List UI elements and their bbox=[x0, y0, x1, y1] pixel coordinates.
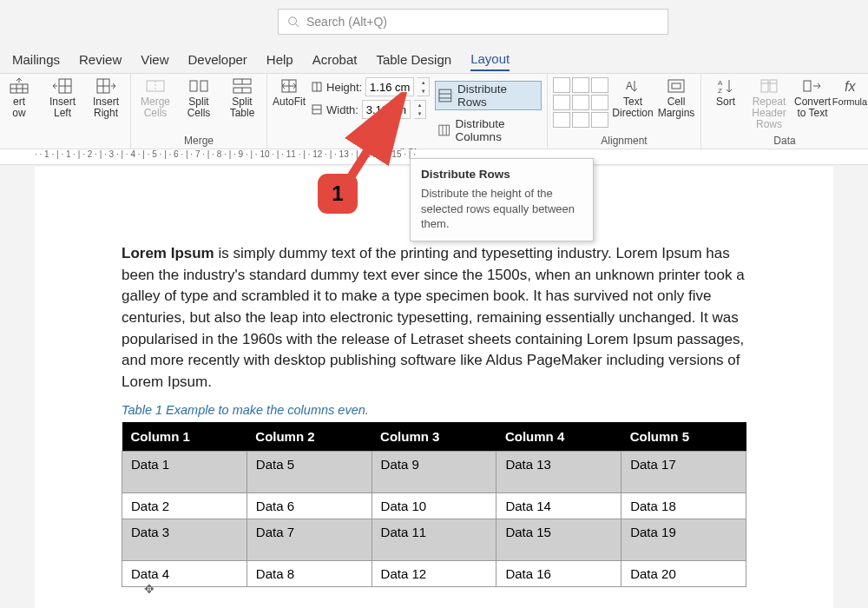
insert-left-icon bbox=[52, 77, 73, 95]
merge-cells-button: Merge Cells bbox=[136, 77, 174, 119]
align-mr[interactable] bbox=[591, 95, 608, 110]
convert-to-text-button[interactable]: Convert to Text bbox=[793, 77, 832, 119]
table-caption[interactable]: Table 1 Example to make the columns even… bbox=[122, 403, 746, 417]
sort-button[interactable]: AZ Sort bbox=[707, 77, 745, 108]
table-header[interactable]: Column 5 bbox=[621, 422, 746, 452]
table-cell[interactable]: Data 2 bbox=[122, 493, 247, 519]
ribbon-tabs: MailingsReviewViewDeveloperHelpAcrobatTa… bbox=[0, 49, 868, 73]
table-cell[interactable]: Data 5 bbox=[247, 452, 372, 493]
tab-layout[interactable]: Layout bbox=[470, 51, 510, 71]
align-bl[interactable] bbox=[553, 112, 570, 128]
formula-icon: fx bbox=[839, 77, 860, 95]
sort-icon: AZ bbox=[715, 77, 736, 95]
width-spinner[interactable]: ▲▼ bbox=[414, 100, 426, 119]
table-cell[interactable]: Data 12 bbox=[372, 561, 496, 587]
table-cell[interactable]: Data 4 bbox=[122, 561, 247, 587]
text-direction-icon: A bbox=[622, 77, 643, 95]
table-row[interactable]: Data 4Data 8Data 12Data 16Data 20 bbox=[122, 561, 746, 587]
width-icon bbox=[311, 103, 323, 116]
tab-acrobat[interactable]: Acrobat bbox=[312, 52, 358, 70]
align-tl[interactable] bbox=[553, 77, 570, 93]
autofit-button[interactable]: AutoFit bbox=[273, 77, 306, 108]
svg-rect-39 bbox=[672, 83, 681, 89]
table-cell[interactable]: Data 17 bbox=[621, 452, 746, 493]
table-header[interactable]: Column 4 bbox=[496, 422, 621, 452]
align-mc[interactable] bbox=[572, 95, 589, 110]
body-paragraph[interactable]: Lorem Ipsum is simply dummy text of the … bbox=[122, 243, 746, 393]
insert-above-button[interactable]: ert ow bbox=[0, 77, 38, 119]
tab-developer[interactable]: Developer bbox=[187, 52, 247, 70]
svg-point-0 bbox=[289, 17, 297, 25]
text-direction-button[interactable]: A Text Direction bbox=[614, 77, 652, 119]
table-cell[interactable]: Data 11 bbox=[372, 519, 496, 561]
search-input[interactable]: Search (Alt+Q) bbox=[278, 9, 668, 35]
svg-rect-33 bbox=[439, 125, 450, 135]
distribute-rows-icon bbox=[438, 89, 452, 102]
align-tc[interactable] bbox=[572, 77, 589, 93]
table-row[interactable]: Data 1Data 5Data 9Data 13Data 17 bbox=[122, 452, 746, 493]
table-cell[interactable]: Data 14 bbox=[496, 493, 621, 519]
table-cell[interactable]: Data 7 bbox=[247, 519, 372, 561]
distribute-rows-button[interactable]: Distribute Rows bbox=[435, 81, 542, 110]
table-cell[interactable]: Data 6 bbox=[247, 493, 372, 519]
repeat-header-icon bbox=[759, 77, 779, 95]
alignment-grid[interactable] bbox=[553, 77, 608, 128]
merge-cells-icon bbox=[145, 77, 166, 95]
table-header[interactable]: Column 3 bbox=[372, 422, 496, 452]
align-br[interactable] bbox=[591, 112, 608, 128]
table-cell[interactable]: Data 3 bbox=[122, 519, 247, 561]
group-label-merge: Merge bbox=[136, 133, 261, 147]
svg-rect-38 bbox=[668, 80, 684, 92]
svg-rect-30 bbox=[439, 89, 451, 102]
width-input[interactable] bbox=[362, 100, 411, 119]
svg-text:fx: fx bbox=[845, 79, 856, 94]
insert-right-button[interactable]: Insert Right bbox=[87, 77, 125, 119]
formula-button[interactable]: fx Formula bbox=[837, 77, 863, 107]
cell-margins-button[interactable]: Cell Margins bbox=[657, 77, 695, 119]
distribute-columns-icon bbox=[438, 123, 450, 137]
insert-left-button[interactable]: Insert Left bbox=[43, 77, 82, 119]
split-cells-button[interactable]: Split Cells bbox=[180, 77, 218, 119]
tab-table-design[interactable]: Table Design bbox=[376, 52, 451, 70]
align-bc[interactable] bbox=[572, 112, 589, 128]
table-cell[interactable]: Data 15 bbox=[496, 519, 621, 561]
align-tr[interactable] bbox=[591, 77, 608, 93]
height-spinner[interactable]: ▲▼ bbox=[418, 77, 430, 96]
table-cell[interactable]: Data 1 bbox=[122, 452, 247, 493]
convert-icon bbox=[802, 77, 823, 95]
tooltip: Distribute Rows Distribute the height of… bbox=[410, 158, 594, 241]
table-anchor-icon[interactable]: ✥ bbox=[144, 582, 155, 596]
tab-view[interactable]: View bbox=[141, 52, 168, 70]
table-cell[interactable]: Data 20 bbox=[621, 561, 746, 587]
table-cell[interactable]: Data 8 bbox=[247, 561, 372, 587]
table-row[interactable]: Data 2Data 6Data 10Data 14Data 18 bbox=[122, 493, 746, 519]
svg-text:Z: Z bbox=[718, 87, 722, 95]
group-label-alignment: Alignment bbox=[553, 133, 695, 147]
table-cell[interactable]: Data 18 bbox=[621, 493, 746, 519]
insert-right-icon bbox=[95, 77, 116, 95]
align-ml[interactable] bbox=[553, 95, 570, 110]
height-input[interactable] bbox=[365, 77, 414, 96]
height-label: Height: bbox=[326, 81, 362, 94]
table-row[interactable]: Data 3Data 7Data 11Data 15Data 19 bbox=[122, 519, 746, 561]
distribute-columns-button[interactable]: Distribute Columns bbox=[435, 116, 542, 145]
data-table[interactable]: Column 1Column 2Column 3Column 4Column 5… bbox=[122, 422, 746, 587]
tab-help[interactable]: Help bbox=[266, 52, 293, 70]
autofit-icon bbox=[279, 77, 299, 95]
table-cell[interactable]: Data 16 bbox=[496, 561, 621, 587]
tab-review[interactable]: Review bbox=[79, 52, 122, 70]
table-cell[interactable]: Data 19 bbox=[621, 519, 746, 561]
table-header[interactable]: Column 1 bbox=[122, 422, 247, 452]
split-table-icon bbox=[232, 77, 253, 95]
table-cell[interactable]: Data 10 bbox=[372, 493, 496, 519]
svg-rect-43 bbox=[761, 80, 768, 92]
table-cell[interactable]: Data 13 bbox=[496, 452, 621, 493]
table-cell[interactable]: Data 9 bbox=[372, 452, 496, 493]
cell-margins-icon bbox=[666, 77, 687, 95]
split-cells-icon bbox=[188, 77, 209, 95]
callout-badge: 1 bbox=[318, 174, 358, 214]
tooltip-title: Distribute Rows bbox=[421, 168, 582, 181]
tab-mailings[interactable]: Mailings bbox=[12, 52, 60, 70]
table-header[interactable]: Column 2 bbox=[247, 422, 372, 452]
split-table-button[interactable]: Split Table bbox=[223, 77, 261, 119]
